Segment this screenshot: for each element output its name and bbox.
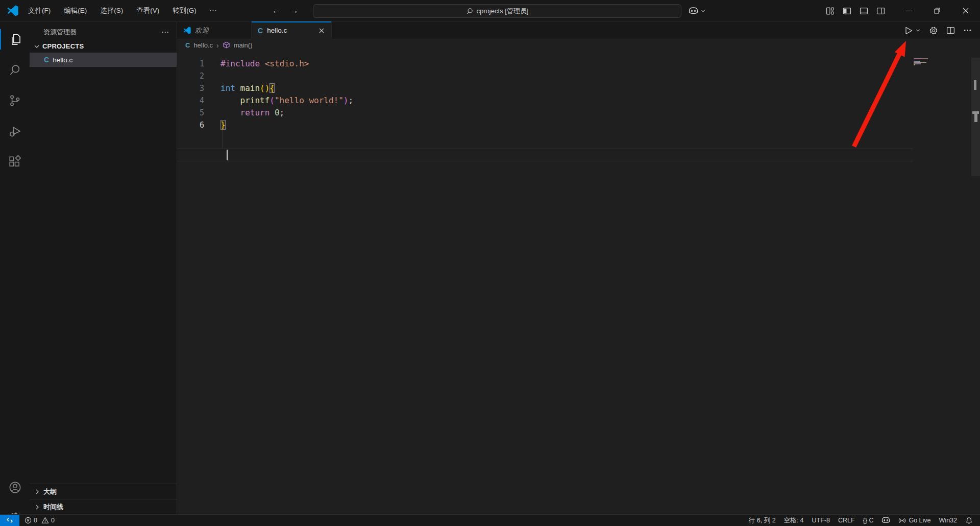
status-bar: 0 0 行 6, 列 2 空格: 4 UTF-8 CRLF {} C Go Li… [0,514,980,526]
indentation-button[interactable]: 空格: 4 [780,515,808,526]
code-line-1[interactable]: 1#include <stdio.h> [177,58,980,70]
sidebar-title: 资源管理器 [43,28,161,37]
editor-group: 欢迎 C hello.c C hello.c › main() 1#includ… [177,21,980,514]
eol-button[interactable]: CRLF [834,515,859,526]
menu-item-0[interactable]: 文件(F) [21,4,57,17]
copilot-icon [881,517,890,524]
code-line-4[interactable]: 4 printf("hello world!"); [177,94,980,107]
vscode-logo-icon [183,27,191,34]
copilot-status-button[interactable] [877,515,894,526]
chevron-right-icon [33,488,41,496]
menu-overflow[interactable]: ⋯ [203,6,224,15]
problems-button[interactable]: 0 0 [19,517,57,524]
code-lines: 1#include <stdio.h>23int main(){4 printf… [177,58,980,131]
more-actions-icon[interactable] [963,26,972,35]
search-icon [466,8,473,15]
error-count: 0 [34,517,37,524]
run-dropdown-chevron-icon[interactable] [915,28,921,33]
breadcrumb-symbol[interactable]: main() [234,41,253,49]
c-file-icon: C [44,56,49,64]
bell-icon [965,517,973,524]
remote-icon [6,517,13,524]
minimize-button[interactable] [894,0,923,21]
editor-settings-gear-icon[interactable] [929,26,938,35]
restore-button[interactable] [923,0,951,21]
menu-item-1[interactable]: 编辑(E) [57,4,93,17]
warning-count: 0 [51,517,55,524]
go-live-button[interactable]: Go Live [894,515,935,526]
run-debug-icon[interactable] [0,117,30,146]
breadcrumb: C hello.c › main() [177,39,980,51]
accounts-icon[interactable] [0,473,30,501]
vscode-logo-icon [7,5,18,16]
line-number: 3 [177,82,204,94]
broadcast-icon [898,517,906,524]
line-number: 6 [177,119,204,131]
timeline-section[interactable]: 时间线 [30,499,177,514]
encoding-button[interactable]: UTF-8 [808,515,834,526]
code-line-6[interactable]: 6} [177,119,980,131]
symbol-module-icon [223,41,230,49]
nav-forward-button[interactable]: → [290,6,299,16]
line-number: 2 [177,70,204,82]
title-bar: 文件(F)编辑(E)选择(S)查看(V)转到(G)⋯ ← → cprojects… [0,0,980,21]
explorer-icon[interactable] [0,25,30,54]
breadcrumb-separator: › [216,41,219,50]
menu-item-3[interactable]: 查看(V) [130,4,166,17]
breadcrumb-file[interactable]: hello.c [193,41,213,49]
customize-layout-icon[interactable] [826,7,835,15]
code-line-5[interactable]: 5 return 0; [177,107,980,119]
copilot-button[interactable] [689,0,706,21]
close-window-button[interactable] [951,0,980,21]
minimap[interactable] [914,58,929,66]
warning-icon [41,517,49,524]
run-button[interactable] [903,26,914,36]
chevron-right-icon [33,503,41,511]
remote-indicator-button[interactable] [0,515,19,526]
menu-item-4[interactable]: 转到(G) [166,4,203,17]
menu-item-2[interactable]: 选择(S) [93,4,130,17]
language-mode-button[interactable]: {} C [859,515,878,526]
copilot-icon [689,7,698,15]
c-file-icon: C [258,27,263,35]
command-center-search[interactable]: cprojects [管理员] [313,4,681,18]
tab-welcome[interactable]: 欢迎 [177,21,252,39]
chevron-down-icon [700,8,706,14]
menu-bar: 文件(F)编辑(E)选择(S)查看(V)转到(G)⋯ [21,0,224,21]
toggle-sidebar-icon[interactable] [843,7,851,15]
search-sidebar-icon[interactable] [0,56,30,84]
toggle-panel-icon[interactable] [860,7,868,15]
folder-section-cprojects[interactable]: CPROJECTS [30,40,177,53]
close-tab-icon[interactable] [318,27,325,34]
code-line-2[interactable]: 2 [177,70,980,82]
activity-bar [0,21,30,514]
toggle-secondary-sidebar-icon[interactable] [876,7,885,15]
notifications-bell-button[interactable] [961,515,980,526]
code-line-3[interactable]: 3int main(){ [177,82,980,94]
os-button[interactable]: Win32 [935,515,961,526]
source-control-icon[interactable] [0,86,30,115]
split-editor-icon[interactable] [946,26,955,35]
line-number: 4 [177,94,204,107]
line-number: 1 [177,58,204,70]
extensions-icon[interactable] [0,148,30,176]
cursor-position-button[interactable]: 行 6, 列 2 [745,515,780,526]
chevron-down-icon [33,42,41,51]
sidebar-more-actions[interactable]: ⋯ [161,28,169,37]
error-icon [24,517,32,524]
current-line-border-top [177,149,913,149]
tab-hello-c[interactable]: C hello.c [252,21,332,39]
line-number: 5 [177,107,204,119]
file-item-hello-c[interactable]: C hello.c [30,53,177,67]
command-center-text: cprojects [管理员] [477,7,529,16]
tab-bar: 欢迎 C hello.c [177,21,980,39]
nav-back-button[interactable]: ← [272,6,281,16]
text-cursor [227,150,228,160]
explorer-sidebar: 资源管理器 ⋯ CPROJECTS C hello.c 大纲 时间线 [30,21,177,514]
current-line-border-bottom [177,161,913,161]
outline-section[interactable]: 大纲 [30,484,177,499]
code-editor[interactable]: 1#include <stdio.h>23int main(){4 printf… [177,51,980,131]
c-file-icon: C [185,41,190,49]
